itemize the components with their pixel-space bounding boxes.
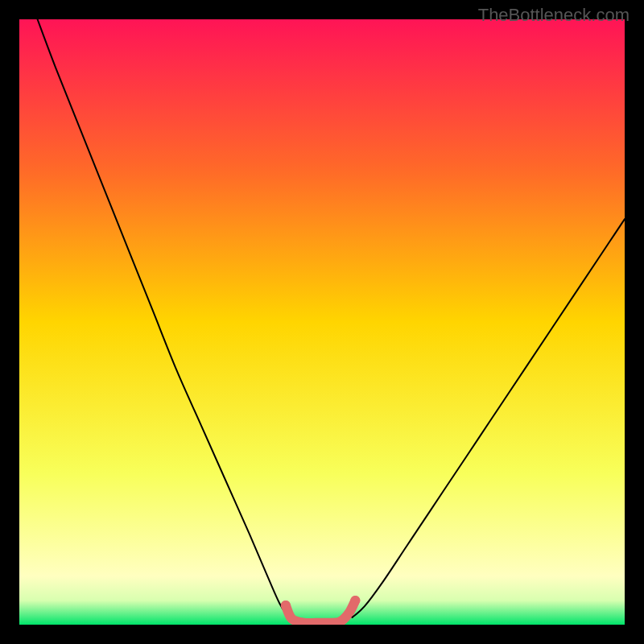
watermark-text: TheBottleneck.com bbox=[478, 5, 630, 26]
series-flat-valley-endpoint bbox=[350, 596, 360, 605]
series-flat-valley-endpoint bbox=[281, 601, 291, 610]
bottleneck-chart bbox=[19, 19, 625, 625]
chart-background bbox=[19, 19, 625, 625]
